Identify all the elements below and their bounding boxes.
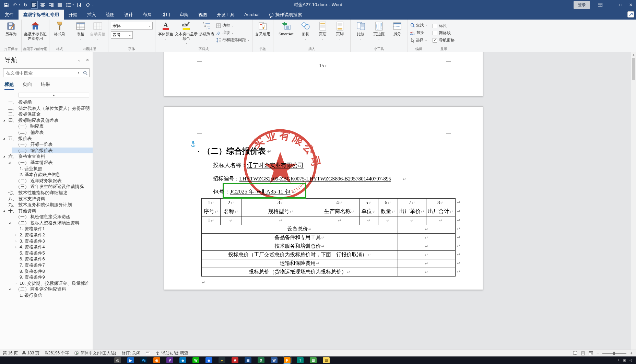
search-options-icon[interactable]: ▾ (78, 71, 79, 74)
tray-show-hidden-icon[interactable]: ∧ (617, 359, 620, 362)
tree-collapse-icon[interactable]: ◢ (3, 117, 5, 124)
split-button[interactable]: 拆分 (389, 21, 405, 36)
chevron-down-icon[interactable]: ▾ (73, 3, 74, 6)
taskbar-icon-blue-app[interactable]: ◆ (179, 357, 186, 363)
margins-button[interactable]: 页边距 ⌄ (370, 21, 388, 41)
taskbar-icon-orange-app[interactable]: ◉ (153, 357, 160, 363)
checkbox-gridlines[interactable]: 网格线 (433, 30, 455, 36)
web-layout-icon[interactable] (589, 351, 593, 355)
redo-icon[interactable]: ↻ (23, 1, 29, 8)
table-cell[interactable]: 8↵ (426, 198, 455, 207)
table-cell[interactable]: ↵ (398, 216, 426, 225)
table-cell[interactable]: 备品备件和专用工具↵ (201, 233, 398, 242)
header-button[interactable]: 页眉 ⌄ (315, 21, 331, 41)
table-cell[interactable]: ↵ (398, 225, 455, 233)
bidder-name-line[interactable]: 投标人名称：辽宁时金实业有限公司↵ (213, 162, 319, 169)
taskbar-icon-lock-app[interactable]: ♦ (219, 357, 225, 363)
nav-scroll-up-strip[interactable]: ▲ (19, 93, 89, 97)
tree-expand-icon[interactable]: ▷ (15, 232, 16, 238)
nav-item[interactable]: ▷10. 交货期、投标保证金、质量标准 (0, 280, 93, 286)
table-cell[interactable]: 6↵ (378, 198, 398, 207)
align-center-icon[interactable] (40, 1, 46, 8)
tab-绘图[interactable]: 绘图 (101, 10, 119, 20)
table-cell[interactable]: ↵ (398, 259, 455, 268)
font-size-combo[interactable]: 四号 ⌄ (111, 31, 133, 39)
table-cell[interactable]: ↵ (426, 216, 455, 225)
nav-item[interactable]: ◢四、 投标响应表及偏差表 (0, 117, 93, 124)
taskbar-icon-folder-yellow[interactable]: ▤ (323, 357, 330, 363)
tab-插入[interactable]: 插入 (82, 10, 101, 20)
status-track-changes[interactable]: 修订: 关闭 (121, 350, 140, 356)
format-painter-button[interactable]: 格式刷 (52, 21, 68, 36)
chevron-down-icon[interactable]: ▾ (19, 3, 20, 6)
nav-item[interactable]: 二、 法定代表人（单位负责人）身份证明 (0, 105, 93, 111)
nav-item[interactable]: 5. 资格条件5 (0, 250, 93, 256)
tab-操作说明搜索[interactable]: 操作说明搜索 (264, 10, 307, 20)
scrollbar-thumb[interactable] (632, 58, 635, 80)
tree-collapse-icon[interactable]: ◢ (9, 160, 10, 166)
read-mode-icon[interactable] (573, 351, 577, 355)
nav-item[interactable]: 1. 银行资信 (0, 292, 93, 298)
cross-reference-button[interactable]: 交叉引用 (255, 21, 271, 36)
select-button[interactable]: 选择 ⌄ (410, 37, 428, 44)
taskbar-icon-shield[interactable]: ◈ (205, 357, 212, 363)
taskbar-icon-navy-app[interactable]: ▣ (245, 357, 251, 363)
table-cell[interactable]: ↵ (398, 233, 455, 242)
nav-item[interactable]: 7. 资格条件7 (0, 262, 93, 268)
tab-布局[interactable]: 布局 (138, 10, 156, 20)
nav-item[interactable]: ◢（三） 商务评分响应资料 (0, 286, 93, 292)
nav-item[interactable]: 九、 技术服务和质保期服务计划 (0, 202, 93, 208)
table-cell[interactable]: ↵ (220, 216, 242, 225)
table-cell[interactable]: 投标总价（货物运抵现场总价为投标总价）↵ (201, 268, 398, 276)
table-cell[interactable]: 规格型号↵ (242, 207, 320, 216)
nav-pane-close-icon[interactable]: ✕ (86, 58, 89, 62)
nav-item[interactable]: 2. 基本存款账户信息 (0, 172, 93, 178)
tab-Acrobat[interactable]: Acrobat (239, 10, 264, 20)
table-cell[interactable]: 生产商名称↵ (320, 207, 359, 216)
multilevel-list-button[interactable]: 1ai 多级列表 ⌄ (199, 21, 215, 41)
tray-network-icon[interactable]: ▣ (623, 359, 626, 362)
table-cell[interactable]: 技术服务和培训总价↵ (201, 242, 398, 250)
nav-item[interactable]: （二） 综合报价表 (0, 148, 93, 154)
nav-item[interactable]: 1. 营业执照 (0, 166, 93, 172)
table-cell[interactable]: ↵ (398, 250, 455, 259)
table-cell[interactable]: 4↵ (320, 198, 359, 207)
tree-expand-icon[interactable]: ▷ (15, 238, 16, 244)
taskbar-icon-acrobat[interactable]: A (232, 357, 238, 363)
zoom-slider-knob[interactable] (613, 352, 615, 355)
taskbar-icon-wechat[interactable]: W (192, 357, 199, 363)
taskbar-icon-camera[interactable]: ◎ (114, 357, 121, 363)
zoom-in-button[interactable]: + (630, 351, 633, 356)
table-cell[interactable]: 设备总价↵ (201, 225, 398, 233)
table-cell[interactable]: 1↵ (201, 216, 220, 225)
autofit-button[interactable]: 自动调整 ⌄ (90, 21, 106, 41)
tender-number-line[interactable]: 招标编号：LHYTWZGS2509-ZBGK0075-LHYTWZGS896-B… (213, 175, 406, 183)
nav-item[interactable]: 6. 资格条件6 (0, 256, 93, 262)
table-cell[interactable]: 出厂单价↵ (398, 207, 426, 216)
justify-icon[interactable] (57, 1, 63, 8)
nav-item[interactable]: ◢六、 资格审查资料 (0, 153, 93, 160)
footer-button[interactable]: 页脚 ⌄ (332, 21, 348, 41)
table-cell[interactable]: ↵ (398, 242, 455, 250)
nav-item[interactable]: （三） 近年发生的诉讼及仲裁情况 (0, 184, 93, 190)
search-icon[interactable] (83, 71, 87, 75)
nav-item[interactable]: ▷2. 资格条件2 (0, 232, 93, 238)
table-cell[interactable]: ↵ (398, 268, 455, 276)
close-button[interactable]: ✕ (626, 0, 636, 10)
nav-item[interactable]: 一、 投标函 (0, 99, 93, 105)
nav-item[interactable]: （一） 响应表 (0, 123, 93, 129)
nav-item[interactable]: 七、 技术性能指标的详细描述 (0, 190, 93, 196)
shading-button[interactable]: 底纹 ⌄ (216, 30, 250, 36)
nav-item[interactable]: 八、 技术支持资料 (0, 196, 93, 202)
tab-鑫晟宇标书汇专用[interactable]: 鑫晟宇标书汇专用 (19, 10, 64, 20)
replace-button[interactable]: ab⇄ac 替换 (410, 30, 428, 36)
table-cell[interactable]: 7↵ (398, 198, 426, 207)
print-layout-icon[interactable] (581, 351, 585, 355)
font-color-button[interactable]: A 字体颜色 ⌄ (158, 21, 174, 41)
taskbar-icon-active-orange-app[interactable]: P (284, 357, 291, 363)
save-as-button[interactable]: 另存为 (3, 21, 19, 36)
tree-expand-icon[interactable]: ▷ (15, 244, 16, 250)
table-cell[interactable]: ↵ (242, 216, 320, 225)
table-cell[interactable]: 运输和保险费用↵ (201, 259, 398, 268)
status-accessibility[interactable]: 辅助功能: 调查 (156, 350, 188, 356)
